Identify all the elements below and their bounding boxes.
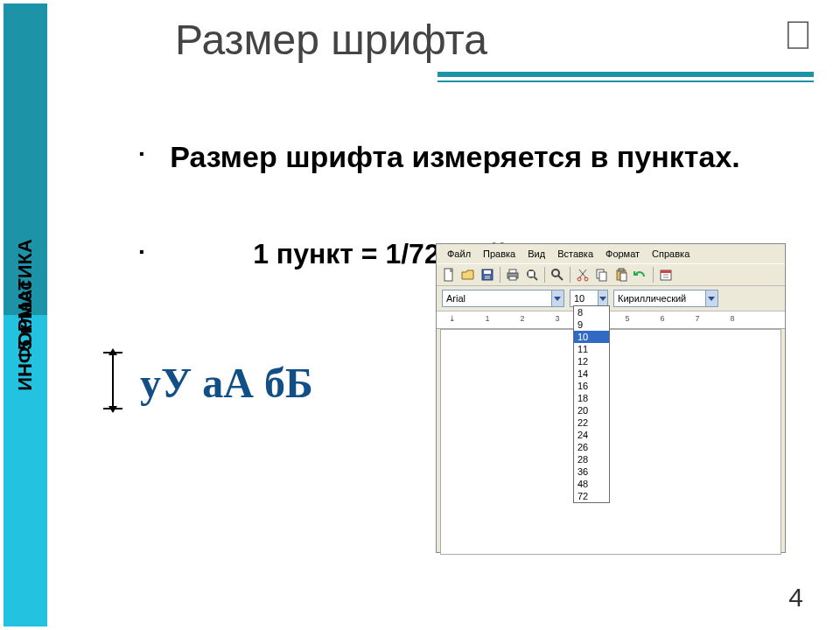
size-option[interactable]: 16	[574, 380, 609, 392]
size-option[interactable]: 26	[574, 441, 609, 453]
menu-bar: Файл Правка Вид Вставка Формат Справка	[437, 244, 785, 263]
svg-rect-20	[620, 273, 626, 281]
toolbar-separator	[544, 267, 545, 283]
size-option[interactable]: 20	[574, 404, 609, 416]
size-option[interactable]: 36	[574, 466, 609, 478]
size-option[interactable]: 9	[574, 318, 609, 331]
font-size-combo[interactable]	[570, 290, 608, 307]
cut-icon[interactable]	[576, 268, 590, 282]
chevron-down-icon[interactable]	[551, 290, 564, 306]
script-input[interactable]	[614, 291, 705, 305]
copy-icon[interactable]	[595, 268, 609, 282]
corner-decoration: ⎕	[788, 14, 808, 53]
svg-rect-17	[599, 272, 606, 281]
open-icon[interactable]	[461, 268, 475, 282]
size-option[interactable]: 48	[574, 478, 609, 490]
toolbar-separator	[500, 267, 500, 283]
slide-title: Размер шрифта	[175, 16, 487, 64]
height-bracket	[103, 352, 122, 410]
title-underline	[438, 72, 814, 77]
chevron-down-icon[interactable]	[598, 290, 607, 306]
size-option[interactable]: 8	[574, 306, 609, 318]
menu-view[interactable]: Вид	[522, 247, 550, 261]
standard-toolbar	[437, 263, 785, 286]
slide: 5 класс ИНФОРМАТИКА Размер шрифта ⎕ Разм…	[0, 0, 840, 630]
size-option[interactable]: 22	[574, 416, 609, 429]
menu-insert[interactable]: Вставка	[552, 247, 598, 261]
ruler-ticks: ⤓ 1 2 3 4 5 6 7 8	[437, 314, 785, 328]
svg-rect-3	[485, 276, 490, 279]
preview-icon[interactable]	[525, 268, 539, 282]
font-size-dropdown[interactable]: 8 9 10 11 12 14 16 18 20 22 24 26 28 36 …	[573, 305, 610, 503]
subject-label: ИНФОРМАТИКА	[14, 239, 37, 391]
bullet-1: Размер шрифта измеряется в пунктах.	[131, 140, 779, 174]
svg-rect-6	[509, 276, 516, 280]
svg-point-10	[552, 270, 559, 276]
page-number: 4	[788, 583, 803, 612]
sample-glyphs: уУ аА бБ	[140, 359, 313, 407]
chevron-down-icon[interactable]	[705, 290, 718, 306]
save-icon[interactable]	[480, 268, 494, 282]
size-option[interactable]: 24	[574, 429, 609, 441]
svg-line-8	[534, 276, 537, 280]
menu-file[interactable]: Файл	[442, 247, 476, 261]
size-option-selected[interactable]: 10	[574, 331, 609, 343]
new-icon[interactable]	[442, 268, 456, 282]
find-icon[interactable]	[550, 268, 564, 282]
font-size-input[interactable]	[570, 291, 598, 305]
size-option[interactable]: 12	[574, 355, 609, 368]
size-option[interactable]: 11	[574, 343, 609, 355]
font-name-input[interactable]	[443, 291, 551, 305]
menu-edit[interactable]: Правка	[478, 247, 521, 261]
document-area[interactable]	[440, 329, 781, 555]
font-name-combo[interactable]	[442, 290, 564, 307]
menu-format[interactable]: Формат	[600, 247, 645, 261]
size-option[interactable]: 72	[574, 490, 609, 502]
side-strip: 5 класс ИНФОРМАТИКА	[4, 4, 47, 626]
datetime-icon[interactable]	[659, 268, 673, 282]
paste-icon[interactable]	[614, 268, 628, 282]
undo-icon[interactable]	[634, 268, 648, 282]
size-option[interactable]: 28	[574, 453, 609, 466]
svg-rect-22	[661, 270, 671, 273]
title-underline-thin	[438, 80, 814, 82]
print-icon[interactable]	[506, 268, 520, 282]
svg-rect-5	[509, 270, 516, 273]
svg-line-11	[558, 276, 563, 280]
svg-rect-2	[484, 270, 491, 274]
ruler: ⤓ 1 2 3 4 5 6 7 8	[437, 312, 785, 329]
toolbar-separator	[653, 267, 654, 283]
side-strip-bottom: ИНФОРМАТИКА	[4, 315, 47, 626]
toolbar-separator	[570, 267, 570, 283]
format-toolbar	[437, 286, 785, 312]
size-option[interactable]: 14	[574, 368, 609, 380]
menu-help[interactable]: Справка	[647, 247, 695, 261]
svg-rect-19	[619, 269, 624, 271]
script-combo[interactable]	[613, 290, 718, 307]
svg-rect-9	[528, 271, 534, 276]
size-option[interactable]: 18	[574, 392, 609, 404]
wordpad-window: Файл Правка Вид Вставка Формат Справка	[436, 243, 786, 553]
